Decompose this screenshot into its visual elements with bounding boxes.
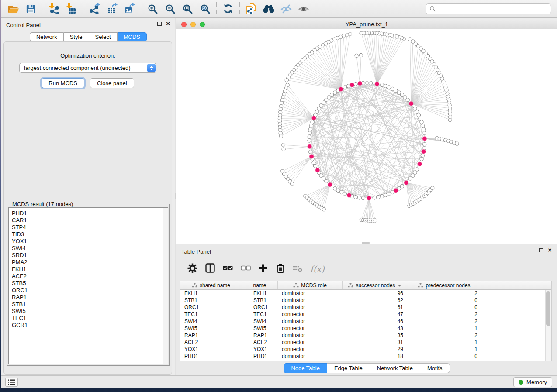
cell-mcds_role: dominator [278, 290, 343, 296]
table-row[interactable]: STB1STB1dominator620 [180, 297, 545, 304]
close-panel-icon[interactable]: × [166, 21, 170, 26]
mcds-node-item[interactable]: SRD1 [12, 252, 168, 259]
table-row[interactable]: SWI4SWI4dominator462 [180, 318, 545, 325]
mcds-node-item[interactable]: CAR1 [12, 217, 168, 224]
add-button[interactable] [259, 264, 268, 275]
table-row[interactable]: YOX1YOX1connector291 [180, 346, 545, 353]
float-panel-icon[interactable] [539, 248, 543, 252]
table-options-button[interactable] [187, 263, 197, 275]
tab-mcds[interactable]: MCDS [118, 32, 147, 41]
zoom-out-button[interactable] [161, 1, 179, 16]
save-session-button[interactable] [22, 1, 39, 16]
mcds-node-item[interactable]: SWI5 [12, 308, 168, 315]
canvas-hscroll-thumb[interactable] [362, 242, 370, 244]
network-canvas[interactable] [176, 29, 557, 244]
column-label: successor nodes [356, 282, 395, 289]
table-panel-title: Table Panel [181, 248, 211, 255]
plus-icon [259, 264, 268, 273]
show-all-button[interactable] [295, 1, 312, 16]
memory-button[interactable]: Memory [513, 377, 552, 387]
search-box[interactable] [426, 3, 551, 14]
deselect-all-button[interactable] [241, 264, 251, 274]
cell-successor_nodes: 18 [343, 353, 407, 359]
mcds-panel: Optimization criterion: largest connecte… [3, 41, 172, 375]
mcds-result-list[interactable]: PHD1CAR1STP4TID3YOX1SWI4SRD1PMA2FKH1ACE2… [8, 207, 168, 364]
table-scrollbar[interactable] [545, 290, 551, 361]
mcds-node-item[interactable]: RAP1 [12, 294, 168, 301]
close-window-button[interactable] [181, 22, 187, 27]
close-panel-button[interactable]: Close panel [90, 78, 134, 88]
show-columns-button[interactable] [205, 263, 215, 275]
refresh-button[interactable] [219, 1, 237, 16]
column-header-successor-nodes[interactable]: successor nodes [343, 281, 407, 289]
mcds-node-item[interactable]: PMA2 [12, 259, 168, 266]
mcds-node-item[interactable]: TEC1 [12, 315, 168, 322]
import-network-button[interactable] [45, 1, 62, 16]
task-history-button[interactable] [5, 378, 18, 387]
close-panel-icon[interactable]: × [548, 248, 552, 252]
zoom-in-button[interactable] [144, 1, 161, 16]
mcds-node-item[interactable]: FKH1 [12, 266, 168, 273]
tab-node-table[interactable]: Node Table [284, 363, 327, 373]
export-image-button[interactable] [121, 1, 138, 16]
table-scrollbar-thumb[interactable] [546, 291, 550, 326]
run-mcds-button[interactable]: Run MCDS [42, 78, 84, 88]
mcds-node-item[interactable]: YOX1 [12, 238, 168, 245]
delete-table-button[interactable] [293, 265, 302, 274]
toolbar-separator [239, 2, 240, 15]
search-input[interactable] [439, 4, 551, 14]
table-body: FKH1FKH1dominator962STB1STB1dominator620… [180, 290, 545, 361]
mcds-node-item[interactable]: TID3 [12, 231, 168, 238]
open-file-button[interactable] [4, 1, 22, 16]
find-button[interactable] [260, 1, 277, 16]
tab-style[interactable]: Style [64, 32, 89, 41]
mcds-node-item[interactable]: ACE2 [12, 273, 168, 280]
table-row[interactable]: ACE2ACE2connector311 [180, 339, 545, 346]
zoom-selected-button[interactable] [196, 1, 214, 16]
float-panel-icon[interactable] [157, 22, 162, 26]
save-icon [25, 3, 36, 14]
minimize-window-button[interactable] [190, 22, 196, 27]
cell-mcds_role: connector [278, 311, 343, 317]
mcds-node-item[interactable]: STB1 [12, 301, 168, 308]
table-row[interactable]: ORC1ORC1dominator610 [180, 304, 545, 311]
cell-successor_nodes: 61 [343, 304, 407, 310]
table-row[interactable]: RAP1RAP1dominator352 [180, 332, 545, 339]
table-row[interactable]: TEC1TEC1connector472 [180, 311, 545, 318]
import-table-button[interactable] [62, 1, 80, 16]
column-header-predecessor-nodes[interactable]: predecessor nodes [407, 281, 481, 289]
table-row[interactable]: PHD1PHD1dominator180 [180, 353, 545, 360]
mcds-node-item[interactable]: STP4 [12, 224, 168, 231]
mcds-list-scrollbar[interactable] [163, 208, 168, 364]
hide-selected-button[interactable] [277, 1, 295, 16]
mcds-node-item[interactable]: PHD1 [12, 210, 168, 217]
column-header-shared-name[interactable]: shared name [180, 281, 242, 289]
cell-predecessor_nodes: 1 [407, 346, 481, 352]
column-header-name[interactable]: name [242, 281, 278, 289]
mcds-node-item[interactable]: STB5 [12, 280, 168, 287]
tab-motifs[interactable]: Motifs [420, 363, 450, 373]
export-network-button[interactable] [86, 1, 103, 16]
network-graph[interactable] [176, 29, 557, 244]
zoom-fit-button[interactable] [179, 1, 196, 16]
mcds-result-group: MCDS result (17 nodes) PHD1CAR1STP4TID3Y… [7, 204, 170, 366]
clone-network-button[interactable] [242, 1, 260, 16]
table-row[interactable]: FKH1FKH1dominator962 [180, 290, 545, 297]
tab-network-table[interactable]: Network Table [370, 363, 420, 373]
table-row[interactable]: SWI5SWI5connector431 [180, 325, 545, 332]
mcds-node-item[interactable]: ORC1 [12, 287, 168, 294]
tab-select[interactable]: Select [89, 32, 118, 41]
select-all-button[interactable] [223, 264, 233, 274]
cell-name: SWI5 [242, 325, 278, 331]
criterion-select[interactable]: largest connected component (undirected) [19, 63, 156, 73]
cell-name: ORC1 [242, 304, 278, 310]
export-table-button[interactable] [103, 1, 121, 16]
maximize-window-button[interactable] [200, 22, 205, 27]
tab-edge-table[interactable]: Edge Table [327, 363, 370, 373]
function-builder-button[interactable]: f(x) [310, 264, 325, 274]
column-header-mcds-role[interactable]: MCDS role [278, 281, 343, 289]
tab-network[interactable]: Network [30, 32, 64, 41]
mcds-node-item[interactable]: SWI4 [12, 245, 168, 252]
mcds-node-item[interactable]: GCR1 [12, 322, 168, 329]
delete-button[interactable] [276, 263, 285, 275]
